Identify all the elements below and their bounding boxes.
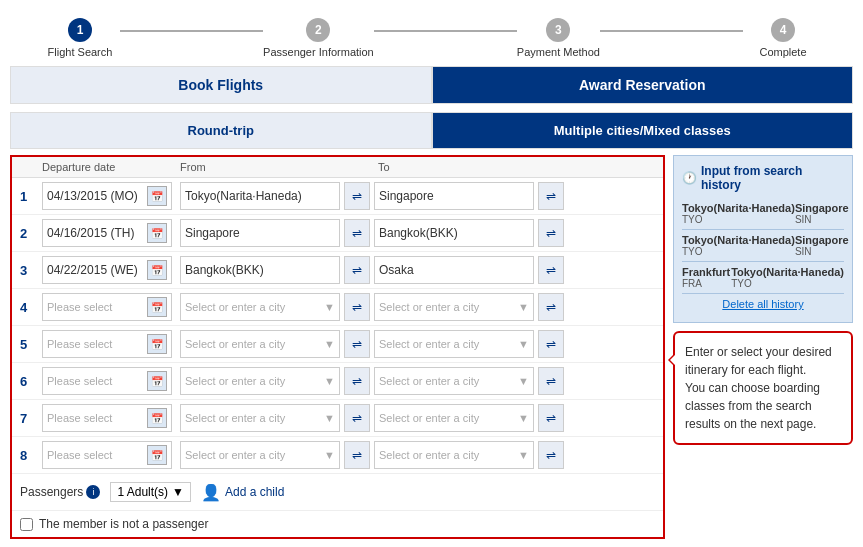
main-layout: Departure date From To 1 04/13/2015 (MO)…: [10, 155, 853, 539]
history-title: 🕐 Input from search history: [682, 164, 844, 192]
step-1: 1 Flight Search: [40, 18, 120, 58]
swap-btn-6[interactable]: ⇌: [344, 367, 370, 395]
flight-row-5: 5 Please select 📅 Select or enter a city…: [12, 326, 663, 363]
step-4-circle: 4: [771, 18, 795, 42]
from-city-1[interactable]: Tokyo(Narita·Haneda): [180, 182, 340, 210]
history-item-3[interactable]: Frankfurt FRA Tokyo(Narita·Haneda) TYO: [682, 262, 844, 294]
flight-row-7: 7 Please select 📅 Select or enter a city…: [12, 400, 663, 437]
to-arrow-btn-7[interactable]: ⇌: [538, 404, 564, 432]
sidebar: 🕐 Input from search history Tokyo(Narita…: [673, 155, 853, 539]
calendar-icon-5[interactable]: 📅: [147, 334, 167, 354]
from-city-2[interactable]: Singapore: [180, 219, 340, 247]
calendar-icon-1[interactable]: 📅: [147, 186, 167, 206]
row-num-1: 1: [20, 189, 38, 204]
calendar-icon-3[interactable]: 📅: [147, 260, 167, 280]
passengers-label: Passengers i: [20, 485, 100, 499]
to-arrow-btn-5[interactable]: ⇌: [538, 330, 564, 358]
calendar-icon-8[interactable]: 📅: [147, 445, 167, 465]
step-4-label: Complete: [759, 46, 806, 58]
to-city-7[interactable]: Select or enter a city ▼: [374, 404, 534, 432]
to-city-2[interactable]: Bangkok(BKK): [374, 219, 534, 247]
to-arrow-btn-3[interactable]: ⇌: [538, 256, 564, 284]
history-to-2: Singapore SIN: [795, 234, 849, 257]
flight-form: Departure date From To 1 04/13/2015 (MO)…: [10, 155, 665, 539]
to-city-5[interactable]: Select or enter a city ▼: [374, 330, 534, 358]
to-city-8[interactable]: Select or enter a city ▼: [374, 441, 534, 469]
calendar-icon-2[interactable]: 📅: [147, 223, 167, 243]
to-arrow-8: ▼: [518, 449, 529, 461]
step-4: 4 Complete: [743, 18, 823, 58]
to-arrow-7: ▼: [518, 412, 529, 424]
connector-1: [120, 30, 263, 32]
calendar-icon-4[interactable]: 📅: [147, 297, 167, 317]
date-input-4[interactable]: Please select 📅: [42, 293, 172, 321]
empty-rows: 4 Please select 📅 Select or enter a city…: [12, 289, 663, 474]
from-city-3[interactable]: Bangkok(BKK): [180, 256, 340, 284]
to-arrow-btn-1[interactable]: ⇌: [538, 182, 564, 210]
step-2: 2 Passenger Information: [263, 18, 374, 58]
row-num-8: 8: [20, 448, 38, 463]
history-item-2[interactable]: Tokyo(Narita·Haneda) TYO Singapore SIN: [682, 230, 844, 262]
from-city-5[interactable]: Select or enter a city ▼: [180, 330, 340, 358]
child-icon: 👤: [201, 483, 221, 502]
from-city-6[interactable]: Select or enter a city ▼: [180, 367, 340, 395]
from-city-7[interactable]: Select or enter a city ▼: [180, 404, 340, 432]
to-city-6[interactable]: Select or enter a city ▼: [374, 367, 534, 395]
date-input-1[interactable]: 04/13/2015 (MO) 📅: [42, 182, 172, 210]
to-arrow-6: ▼: [518, 375, 529, 387]
date-input-7[interactable]: Please select 📅: [42, 404, 172, 432]
date-input-6[interactable]: Please select 📅: [42, 367, 172, 395]
adult-select[interactable]: 1 Adult(s) ▼: [110, 482, 191, 502]
date-input-8[interactable]: Please select 📅: [42, 441, 172, 469]
swap-btn-4[interactable]: ⇌: [344, 293, 370, 321]
from-city-8[interactable]: Select or enter a city ▼: [180, 441, 340, 469]
to-city-3[interactable]: Osaka: [374, 256, 534, 284]
to-city-1[interactable]: Singapore: [374, 182, 534, 210]
to-arrow-btn-2[interactable]: ⇌: [538, 219, 564, 247]
date-input-2[interactable]: 04/16/2015 (TH) 📅: [42, 219, 172, 247]
calendar-icon-7[interactable]: 📅: [147, 408, 167, 428]
row-num-6: 6: [20, 374, 38, 389]
tab-round-trip[interactable]: Round-trip: [10, 112, 432, 149]
step-2-circle: 2: [306, 18, 330, 42]
swap-btn-3[interactable]: ⇌: [344, 256, 370, 284]
history-from-1: Tokyo(Narita·Haneda) TYO: [682, 202, 795, 225]
tab-book-flights[interactable]: Book Flights: [10, 66, 432, 104]
flight-row-8: 8 Please select 📅 Select or enter a city…: [12, 437, 663, 474]
from-arrow-4: ▼: [324, 301, 335, 313]
member-checkbox[interactable]: [20, 518, 33, 531]
tab-multiple-cities[interactable]: Multiple cities/Mixed classes: [432, 112, 854, 149]
swap-btn-7[interactable]: ⇌: [344, 404, 370, 432]
flight-row-1: 1 04/13/2015 (MO) 📅 Tokyo(Narita·Haneda)…: [12, 178, 663, 215]
flight-row-2: 2 04/16/2015 (TH) 📅 Singapore ⇌ Bangkok(…: [12, 215, 663, 252]
add-child-button[interactable]: 👤 Add a child: [201, 483, 284, 502]
history-from-2: Tokyo(Narita·Haneda) TYO: [682, 234, 795, 257]
delete-history-button[interactable]: Delete all history: [682, 294, 844, 314]
step-3-label: Payment Method: [517, 46, 600, 58]
to-arrow-btn-6[interactable]: ⇌: [538, 367, 564, 395]
calendar-icon-6[interactable]: 📅: [147, 371, 167, 391]
clock-icon: 🕐: [682, 171, 697, 185]
history-item-1[interactable]: Tokyo(Narita·Haneda) TYO Singapore SIN: [682, 198, 844, 230]
from-arrow-5: ▼: [324, 338, 335, 350]
member-label: The member is not a passenger: [39, 517, 208, 531]
row-num-4: 4: [20, 300, 38, 315]
swap-btn-5[interactable]: ⇌: [344, 330, 370, 358]
swap-btn-8[interactable]: ⇌: [344, 441, 370, 469]
passengers-info-icon[interactable]: i: [86, 485, 100, 499]
to-arrow-btn-8[interactable]: ⇌: [538, 441, 564, 469]
tooltip-bubble: Enter or select your desired itinerary f…: [673, 331, 853, 445]
from-city-4[interactable]: Select or enter a city ▼: [180, 293, 340, 321]
dropdown-arrow-icon: ▼: [172, 485, 184, 499]
to-arrow-5: ▼: [518, 338, 529, 350]
to-city-4[interactable]: Select or enter a city ▼: [374, 293, 534, 321]
to-arrow-btn-4[interactable]: ⇌: [538, 293, 564, 321]
tab-award-reservation[interactable]: Award Reservation: [432, 66, 854, 104]
date-input-5[interactable]: Please select 📅: [42, 330, 172, 358]
swap-btn-1[interactable]: ⇌: [344, 182, 370, 210]
search-history-box: 🕐 Input from search history Tokyo(Narita…: [673, 155, 853, 323]
date-input-3[interactable]: 04/22/2015 (WE) 📅: [42, 256, 172, 284]
flight-row-4: 4 Please select 📅 Select or enter a city…: [12, 289, 663, 326]
row-num-5: 5: [20, 337, 38, 352]
swap-btn-2[interactable]: ⇌: [344, 219, 370, 247]
